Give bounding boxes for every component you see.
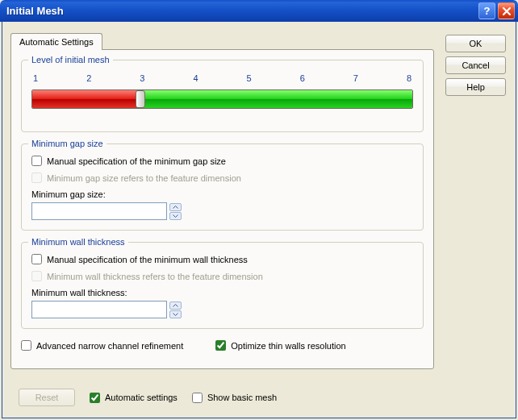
wall-thickness-input[interactable] (31, 301, 167, 318)
checkbox-gap-manual-input[interactable] (31, 156, 42, 166)
footer-row: Reset Automatic settings Show basic mesh (19, 389, 277, 406)
titlebar-close-button[interactable] (498, 2, 515, 19)
cancel-button[interactable]: Cancel (445, 56, 506, 74)
scale-tick: 4 (193, 73, 198, 83)
checkbox-gap-manual[interactable]: Manual specification of the minimum gap … (31, 156, 226, 166)
slider-track[interactable] (31, 89, 413, 109)
checkbox-adv-refine-label: Advanced narrow channel refinement (36, 341, 183, 351)
gap-size-spinner (169, 203, 182, 220)
checkbox-show-basic-label: Show basic mesh (207, 393, 277, 402)
checkbox-wall-manual-label: Manual specification of the minimum wall… (47, 255, 248, 264)
checkbox-auto-settings-input[interactable] (90, 393, 100, 403)
reset-button: Reset (19, 389, 75, 406)
slider-thumb[interactable] (136, 90, 145, 108)
slider-fill-low (32, 90, 140, 108)
checkbox-opt-thin[interactable]: Optimize thin walls resolution (215, 340, 345, 351)
chevron-down-icon (173, 214, 178, 218)
checkbox-show-basic-input[interactable] (192, 393, 203, 403)
group-gap: Minimum gap size Manual specification of… (21, 143, 424, 231)
group-level: Level of initial mesh 1 2 3 4 5 6 7 8 (21, 60, 424, 132)
scale-tick: 3 (140, 73, 144, 83)
gap-size-input[interactable] (31, 202, 167, 220)
scale-tick: 6 (300, 73, 305, 83)
checkbox-wall-refers: Minimum wall thickness refers to the fea… (31, 271, 263, 281)
group-wall: Minimum wall thickness Manual specificat… (21, 242, 424, 329)
wall-thickness-spinner (169, 301, 182, 318)
gap-size-label: Minimum gap size: (31, 189, 413, 199)
dialog-buttons: OK Cancel Help (445, 35, 506, 96)
wall-thickness-label: Minimum wall thickness: (31, 288, 413, 297)
checkbox-opt-thin-input[interactable] (215, 340, 226, 351)
client-area: OK Cancel Help Automatic Settings Level … (2, 22, 516, 418)
main-panel: Automatic Settings Level of initial mesh… (10, 33, 434, 369)
checkbox-auto-settings-label: Automatic settings (105, 393, 178, 402)
group-wall-legend: Minimum wall thickness (28, 237, 128, 247)
checkbox-wall-manual-input[interactable] (31, 254, 42, 264)
checkbox-gap-refers-label: Minimum gap size refers to the feature d… (47, 173, 241, 183)
group-gap-legend: Minimum gap size (28, 139, 107, 148)
tab-panel: Level of initial mesh 1 2 3 4 5 6 7 8 (10, 49, 434, 369)
tab-strip: Automatic Settings (10, 33, 434, 50)
gap-size-field (31, 202, 413, 220)
group-level-legend: Level of initial mesh (28, 55, 113, 64)
scale-tick: 8 (407, 73, 411, 83)
checkbox-wall-refers-label: Minimum wall thickness refers to the fea… (47, 272, 263, 281)
checkbox-adv-refine-input[interactable] (21, 340, 31, 351)
checkbox-show-basic[interactable]: Show basic mesh (192, 393, 277, 403)
titlebar-help-button[interactable]: ? (478, 2, 495, 19)
checkbox-gap-refers-input (31, 173, 42, 183)
checkbox-gap-manual-label: Manual specification of the minimum gap … (47, 156, 226, 166)
scale-tick: 1 (33, 73, 38, 83)
title-bar: Initial Mesh ? (0, 0, 518, 22)
gap-size-spin-down[interactable] (169, 212, 182, 220)
checkbox-wall-manual[interactable]: Manual specification of the minimum wall… (31, 254, 248, 264)
chevron-up-icon (173, 206, 178, 209)
scale-tick: 5 (247, 73, 252, 83)
chevron-down-icon (173, 313, 178, 316)
wall-thickness-spin-up[interactable] (169, 301, 182, 310)
ok-button[interactable]: OK (445, 35, 506, 52)
slider-scale: 1 2 3 4 5 6 7 8 (31, 73, 413, 83)
checkbox-auto-settings[interactable]: Automatic settings (90, 393, 178, 403)
checkbox-opt-thin-label: Optimize thin walls resolution (231, 341, 345, 351)
checkbox-wall-refers-input (31, 271, 42, 281)
scale-tick: 7 (353, 73, 358, 83)
help-button[interactable]: Help (445, 78, 506, 96)
wall-thickness-field (31, 301, 413, 318)
tab-automatic-settings[interactable]: Automatic Settings (10, 33, 102, 50)
checkbox-adv-refine[interactable]: Advanced narrow channel refinement (21, 340, 183, 351)
panel-bottom-row: Advanced narrow channel refinement Optim… (21, 340, 424, 357)
slider-fill-high (140, 90, 412, 108)
scale-tick: 2 (86, 73, 91, 83)
wall-thickness-spin-down[interactable] (169, 310, 182, 318)
mesh-level-slider[interactable]: 1 2 3 4 5 6 7 8 (31, 73, 413, 122)
window-title: Initial Mesh (6, 5, 476, 17)
checkbox-gap-refers: Minimum gap size refers to the feature d… (31, 173, 241, 183)
chevron-up-icon (173, 304, 178, 307)
help-icon: ? (484, 5, 491, 17)
close-icon (502, 6, 512, 16)
gap-size-spin-up[interactable] (169, 203, 182, 211)
